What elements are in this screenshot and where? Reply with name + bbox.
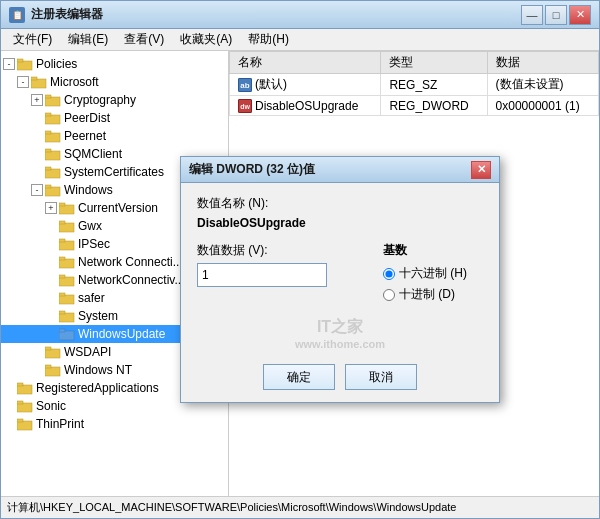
expand-microsoft[interactable]: - xyxy=(17,76,29,88)
folder-icon-currentversion xyxy=(59,201,75,215)
svg-rect-33 xyxy=(45,347,51,350)
tree-label-peerdist: PeerDist xyxy=(64,111,110,125)
svg-rect-21 xyxy=(59,239,65,242)
reg-name-default: ab (默认) xyxy=(230,74,381,96)
ok-button[interactable]: 确定 xyxy=(263,364,335,390)
svg-rect-37 xyxy=(17,383,23,386)
value-data-label: 数值数据 (V): xyxy=(197,242,371,259)
registry-table: 名称 类型 数据 ab (默认) REG_SZ xyxy=(229,51,599,116)
status-bar: 计算机\HKEY_LOCAL_MACHINE\SOFTWARE\Policies… xyxy=(1,496,599,518)
reg-type-icon-default: ab xyxy=(238,78,252,92)
menu-edit[interactable]: 编辑(E) xyxy=(60,29,116,50)
svg-rect-24 xyxy=(59,277,74,286)
expand-policies[interactable]: - xyxy=(3,58,15,70)
folder-icon-thinprint xyxy=(17,417,33,431)
svg-rect-4 xyxy=(45,97,60,106)
dec-label: 十进制 (D) xyxy=(399,286,455,303)
svg-rect-29 xyxy=(59,311,65,314)
hex-radio[interactable] xyxy=(383,268,395,280)
svg-rect-28 xyxy=(59,313,74,322)
minimize-button[interactable]: — xyxy=(521,5,543,25)
close-button[interactable]: ✕ xyxy=(569,5,591,25)
svg-rect-22 xyxy=(59,259,74,268)
col-header-type: 类型 xyxy=(381,52,487,74)
maximize-button[interactable]: □ xyxy=(545,5,567,25)
svg-rect-16 xyxy=(59,205,74,214)
svg-rect-15 xyxy=(45,185,51,188)
tree-label-microsoft: Microsoft xyxy=(50,75,99,89)
dec-radio[interactable] xyxy=(383,289,395,301)
menu-favorites[interactable]: 收藏夹(A) xyxy=(172,29,240,50)
reg-type-default: REG_SZ xyxy=(381,74,487,96)
value-name-label: 数值名称 (N): xyxy=(197,195,483,212)
tree-label-peernet: Peernet xyxy=(64,129,106,143)
folder-icon-networkconnectiv xyxy=(59,273,75,287)
folder-icon-sonic xyxy=(17,399,33,413)
dword-edit-dialog: 编辑 DWORD (32 位)值 ✕ 数值名称 (N): DisableOSUp… xyxy=(180,156,500,403)
folder-icon-cryptography xyxy=(45,93,61,107)
dec-radio-label[interactable]: 十进制 (D) xyxy=(383,286,483,303)
tree-label-thinprint: ThinPrint xyxy=(36,417,84,431)
expand-currentversion[interactable]: + xyxy=(45,202,57,214)
window-controls: — □ ✕ xyxy=(521,5,591,25)
svg-rect-40 xyxy=(17,421,32,430)
folder-icon-peerdist xyxy=(45,111,61,125)
tree-label-registeredapps: RegisteredApplications xyxy=(36,381,159,395)
menu-bar: 文件(F) 编辑(E) 查看(V) 收藏夹(A) 帮助(H) xyxy=(1,29,599,51)
tree-label-safer: safer xyxy=(78,291,105,305)
svg-rect-23 xyxy=(59,257,65,260)
tree-label-networkconnecti: Network Connecti... xyxy=(78,255,183,269)
tree-item-policies[interactable]: - Policies xyxy=(1,55,228,73)
reg-data-disableosupgrade: 0x00000001 (1) xyxy=(487,96,598,116)
hex-radio-label[interactable]: 十六进制 (H) xyxy=(383,265,483,282)
base-label: 基数 xyxy=(383,242,483,259)
status-text: 计算机\HKEY_LOCAL_MACHINE\SOFTWARE\Policies… xyxy=(7,500,457,515)
dialog-close-button[interactable]: ✕ xyxy=(471,161,491,179)
svg-rect-34 xyxy=(45,367,60,376)
col-header-name: 名称 xyxy=(230,52,381,74)
svg-rect-30 xyxy=(59,331,74,340)
hex-label: 十六进制 (H) xyxy=(399,265,467,282)
tree-item-microsoft[interactable]: - Microsoft xyxy=(1,73,228,91)
svg-rect-18 xyxy=(59,223,74,232)
svg-rect-2 xyxy=(31,79,46,88)
reg-data-default: (数值未设置) xyxy=(487,74,598,96)
tree-label-system: System xyxy=(78,309,118,323)
base-section: 基数 十六进制 (H) 十进制 (D) xyxy=(383,242,483,307)
svg-rect-7 xyxy=(45,113,51,116)
svg-rect-25 xyxy=(59,275,65,278)
reg-name-disableosupgrade: dw DisableOSUpgrade xyxy=(230,96,381,116)
svg-rect-36 xyxy=(17,385,32,394)
menu-help[interactable]: 帮助(H) xyxy=(240,29,297,50)
tree-label-ipsec: IPSec xyxy=(78,237,110,251)
value-data-input[interactable] xyxy=(197,263,327,287)
svg-rect-3 xyxy=(31,77,37,80)
value-data-section: 数值数据 (V): xyxy=(197,242,371,287)
svg-rect-1 xyxy=(17,59,23,62)
tree-item-cryptography[interactable]: + Cryptography xyxy=(1,91,228,109)
menu-view[interactable]: 查看(V) xyxy=(116,29,172,50)
tree-item-thinprint[interactable]: ThinPrint xyxy=(1,415,228,433)
svg-rect-39 xyxy=(17,401,23,404)
dialog-buttons: 确定 取消 xyxy=(197,364,483,390)
folder-icon-networkconnecti xyxy=(59,255,75,269)
dialog-body: 数值名称 (N): DisableOSUpgrade 数值数据 (V): 基数 … xyxy=(181,183,499,402)
table-row[interactable]: dw DisableOSUpgrade REG_DWORD 0x00000001… xyxy=(230,96,599,116)
dialog-title: 编辑 DWORD (32 位)值 xyxy=(189,161,471,178)
folder-icon-sqmclient xyxy=(45,147,61,161)
tree-item-peerdist[interactable]: PeerDist xyxy=(1,109,228,127)
folder-icon-wsdapi xyxy=(45,345,61,359)
svg-rect-10 xyxy=(45,151,60,160)
cancel-button[interactable]: 取消 xyxy=(345,364,417,390)
folder-icon-safer xyxy=(59,291,75,305)
expand-windows[interactable]: - xyxy=(31,184,43,196)
reg-type-icon-dword: dw xyxy=(238,99,252,113)
expand-cryptography[interactable]: + xyxy=(31,94,43,106)
svg-rect-9 xyxy=(45,131,51,134)
menu-file[interactable]: 文件(F) xyxy=(5,29,60,50)
svg-rect-35 xyxy=(45,365,51,368)
table-row[interactable]: ab (默认) REG_SZ (数值未设置) xyxy=(230,74,599,96)
folder-icon-windowsupdate xyxy=(59,327,75,341)
folder-icon-systemcertificates xyxy=(45,165,61,179)
tree-item-peernet[interactable]: Peernet xyxy=(1,127,228,145)
